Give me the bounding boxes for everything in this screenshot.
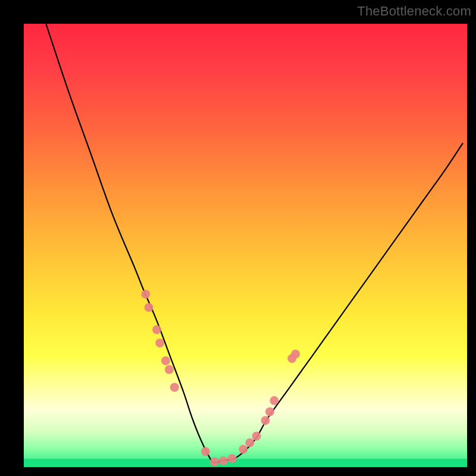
curve-marker	[270, 396, 278, 405]
curve-markers	[141, 290, 300, 466]
curve-marker	[141, 290, 150, 299]
plot-area	[24, 24, 467, 467]
curve-marker	[219, 456, 228, 465]
chart-svg	[24, 24, 467, 467]
curve-marker	[210, 458, 219, 466]
curve-marker	[145, 303, 154, 312]
curve-marker	[265, 407, 274, 416]
curve-marker	[165, 365, 174, 374]
watermark-text: TheBottleneck.com	[357, 4, 471, 19]
curve-marker	[161, 356, 170, 365]
curve-marker	[252, 431, 261, 440]
curve-marker	[291, 350, 300, 359]
curve-marker	[245, 439, 254, 447]
curve-marker	[170, 383, 179, 392]
curve-marker	[228, 454, 237, 463]
outer-frame: TheBottleneck.com	[0, 0, 476, 476]
curve-marker	[239, 445, 248, 454]
curve-marker	[201, 447, 210, 456]
curve-marker	[261, 416, 270, 425]
curve-marker	[152, 325, 161, 334]
bottleneck-curve	[46, 24, 462, 463]
curve-marker	[155, 339, 164, 347]
